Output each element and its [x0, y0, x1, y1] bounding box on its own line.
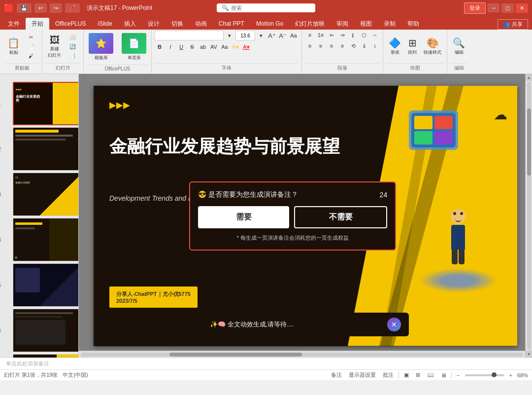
quick-styles-button[interactable]: 🎨 快速样式 [421, 32, 444, 61]
tab-design[interactable]: 设计 [142, 18, 166, 30]
charspacing-button[interactable]: Aa [220, 42, 230, 51]
slidesorter-button[interactable]: ⊞ [414, 372, 422, 378]
strikethrough-button[interactable]: S [187, 42, 197, 51]
zoom-in-button[interactable]: + [507, 372, 514, 378]
dialog-yes-button[interactable]: 需要 [198, 206, 289, 228]
quick-undo[interactable]: ↩ [34, 3, 47, 13]
text-direction[interactable]: ⟲ [348, 41, 358, 50]
convert-button[interactable]: ↔ [370, 31, 380, 39]
tab-slideshow[interactable]: 幻灯片放映 [289, 18, 331, 30]
arrange-icon: ⊞ [408, 37, 417, 49]
slide-thumb-4[interactable]: ★ [13, 218, 79, 261]
tab-islide[interactable]: iSlide [92, 18, 118, 30]
font-size-input[interactable] [235, 31, 255, 40]
slide-thumb-1[interactable]: ▶▶▶ 金融行业发展趋势 [13, 82, 79, 125]
tab-officeplus[interactable]: OfficePLUS [49, 18, 92, 30]
slide-thumb-5[interactable] [13, 263, 79, 307]
italic-button[interactable]: I [166, 42, 175, 51]
slide-thumb-3[interactable]: 01 金融行业现状 [13, 173, 79, 216]
share-button[interactable]: 👥共享 [498, 19, 528, 30]
reading-view-button[interactable]: 📖 [425, 372, 436, 378]
font-name-input[interactable] [155, 31, 224, 40]
numbering-button[interactable]: 1≡ [316, 31, 326, 39]
slide-canvas: ▶▶▶ 金融行业发展趋势与前景展望 Development Trends and… [94, 86, 517, 346]
display-settings-button[interactable]: 显示器设置 [347, 371, 378, 379]
quick-pin[interactable]: 📌 [65, 3, 80, 13]
spacing-button[interactable]: AV [209, 42, 219, 51]
font-name-dropdown[interactable]: ▾ [225, 31, 234, 40]
bold-button[interactable]: B [155, 42, 165, 51]
tab-transitions[interactable]: 切换 [166, 18, 189, 30]
tab-review[interactable]: 审阅 [331, 18, 354, 30]
cut-button[interactable]: ✂ [23, 33, 39, 41]
dialog-title: 😎 是否需要为您生成演讲备注？ [198, 190, 298, 199]
underline-button[interactable]: U [176, 42, 186, 51]
scroll-down-button[interactable]: ▼ [526, 351, 532, 358]
slide-panel[interactable]: 1 ▶▶▶ 金融行业发展趋势 2 3 [0, 74, 79, 358]
align-text[interactable]: ⇓ [359, 41, 369, 50]
arrange-button[interactable]: ⊞ 排列 [404, 32, 420, 61]
tab-chatppt[interactable]: Chat PPT [213, 18, 250, 30]
zoom-slider[interactable] [465, 374, 504, 376]
search-icon: 🔍 [222, 4, 229, 11]
tab-home[interactable]: 开始 [26, 18, 49, 30]
highlight-button[interactable]: A▾ [231, 42, 240, 51]
v-scrollbar[interactable]: ▲ ▼ [525, 74, 532, 358]
normal-view-button[interactable]: ▣ [402, 372, 411, 378]
align-center[interactable]: ≡ [316, 41, 326, 50]
zoom-out-button[interactable]: − [455, 372, 462, 378]
dialog-no-button[interactable]: 不需要 [294, 206, 387, 228]
minimize-button[interactable]: ─ [488, 3, 499, 12]
dialog-buttons: 需要 不需要 [198, 206, 387, 228]
format-painter-button[interactable]: 🖌 [23, 52, 39, 60]
slide-thumb-6[interactable] [13, 309, 79, 352]
shape-button[interactable]: 🔷 形状 [386, 32, 403, 61]
bullets-button[interactable]: ≡ [305, 31, 315, 39]
tab-record[interactable]: 录制 [378, 18, 401, 30]
comments-button[interactable]: 批注 [381, 371, 396, 379]
text-shadow-button[interactable]: ab [198, 42, 208, 51]
copy-button[interactable]: 📄 [23, 42, 39, 51]
increase-font-button[interactable]: A⁺ [267, 31, 277, 40]
zoom-level: 68% [517, 372, 528, 378]
font-size-dropdown[interactable]: ▾ [256, 31, 266, 40]
section-button[interactable]: 📑 [65, 52, 80, 60]
tab-help[interactable]: 帮助 [401, 18, 425, 30]
search-input[interactable] [231, 5, 305, 11]
notes-button[interactable]: 备注 [329, 371, 344, 379]
layout-button[interactable]: ⬜ [65, 33, 80, 41]
align-left[interactable]: ≡ [305, 41, 315, 50]
close-button[interactable]: ✕ [516, 3, 528, 13]
align-right[interactable]: ≡ [327, 41, 336, 50]
justify[interactable]: ≡ [337, 41, 347, 50]
line-spacing[interactable]: ↕ [370, 41, 380, 50]
gen-cancel-button[interactable]: ✕ [387, 318, 401, 331]
notes-area[interactable]: 单击此处添加备注 [0, 358, 532, 369]
quick-save[interactable]: 💾 [17, 3, 32, 13]
paste-button[interactable]: 📋 粘贴 [5, 32, 22, 61]
slide-thumb-7[interactable]: 02 金融行业市场 [13, 354, 79, 358]
presenter-view-button[interactable]: 🖥 [439, 372, 448, 378]
decrease-font-button[interactable]: A⁻ [278, 31, 288, 40]
increase-indent[interactable]: ⇒ [337, 31, 347, 39]
char-torso [451, 225, 465, 250]
tab-insert[interactable]: 插入 [118, 18, 142, 30]
reset-button[interactable]: 🔄 [65, 42, 80, 51]
tab-animations[interactable]: 动画 [189, 18, 213, 30]
new-slide-button[interactable]: 🖼 新建 幻灯片 [45, 32, 64, 61]
tab-motion-go[interactable]: Motion Go [250, 18, 289, 30]
tab-view[interactable]: 视图 [354, 18, 378, 30]
edit-button[interactable]: 🔍 编辑 [450, 32, 467, 61]
slide-thumb-2[interactable] [13, 127, 79, 171]
login-button[interactable]: 登录 [464, 2, 486, 14]
scroll-up-button[interactable]: ▲ [526, 74, 532, 81]
fontcolor-button[interactable]: A▾ [241, 42, 251, 51]
clear-format-button[interactable]: Aa [289, 31, 299, 40]
columns-button[interactable]: ⫿ [348, 31, 358, 39]
smartart-button[interactable]: ⬡ [359, 31, 369, 39]
h-scrollbar[interactable] [79, 351, 525, 358]
quick-redo[interactable]: ↪ [50, 3, 62, 13]
restore-button[interactable]: ◻ [501, 3, 514, 13]
decrease-indent[interactable]: ⇐ [327, 31, 336, 39]
tab-file[interactable]: 文件 [2, 18, 26, 30]
